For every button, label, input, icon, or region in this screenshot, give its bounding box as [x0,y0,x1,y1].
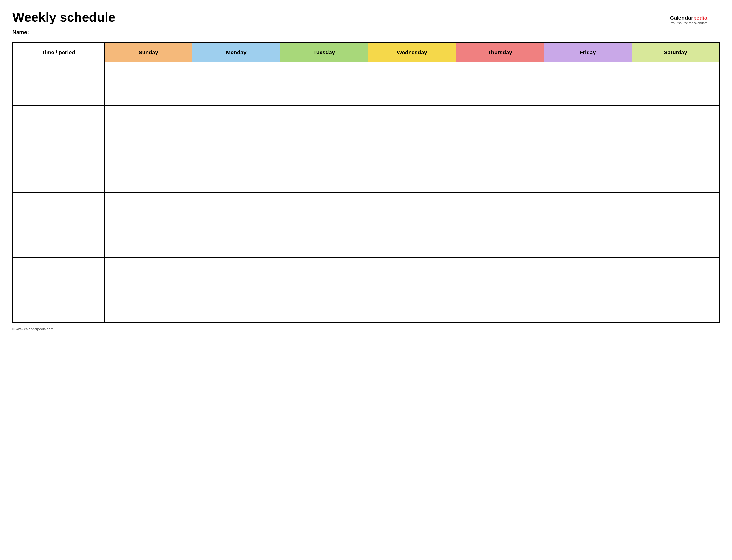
header-saturday: Saturday [632,43,719,62]
table-row [13,106,720,127]
schedule-cell[interactable] [192,193,280,214]
schedule-cell[interactable] [192,127,280,149]
schedule-cell[interactable] [456,301,544,323]
schedule-cell[interactable] [368,236,456,258]
schedule-cell[interactable] [632,279,719,301]
schedule-cell[interactable] [280,214,368,236]
schedule-cell[interactable] [280,127,368,149]
schedule-cell[interactable] [104,171,192,193]
schedule-cell[interactable] [104,193,192,214]
table-row [13,171,720,193]
schedule-cell[interactable] [632,236,719,258]
schedule-cell[interactable] [456,236,544,258]
schedule-cell[interactable] [456,171,544,193]
schedule-cell[interactable] [104,258,192,279]
schedule-cell[interactable] [280,62,368,84]
schedule-cell[interactable] [544,62,632,84]
schedule-cell[interactable] [104,236,192,258]
schedule-cell[interactable] [456,62,544,84]
schedule-cell[interactable] [192,62,280,84]
schedule-cell[interactable] [192,258,280,279]
schedule-cell[interactable] [280,301,368,323]
schedule-cell[interactable] [280,279,368,301]
schedule-cell[interactable] [456,258,544,279]
time-cell [13,301,105,323]
header-wednesday: Wednesday [368,43,456,62]
time-cell [13,84,105,106]
schedule-cell[interactable] [632,301,719,323]
schedule-cell[interactable] [192,171,280,193]
schedule-cell[interactable] [632,214,719,236]
schedule-cell[interactable] [368,193,456,214]
schedule-cell[interactable] [192,106,280,127]
time-cell [13,193,105,214]
schedule-table: Time / period Sunday Monday Tuesday Wedn… [12,42,720,323]
schedule-cell[interactable] [632,127,719,149]
schedule-cell[interactable] [456,127,544,149]
schedule-cell[interactable] [544,84,632,106]
schedule-cell[interactable] [280,84,368,106]
schedule-cell[interactable] [280,236,368,258]
table-row [13,301,720,323]
schedule-cell[interactable] [368,171,456,193]
schedule-cell[interactable] [280,193,368,214]
schedule-cell[interactable] [104,106,192,127]
schedule-cell[interactable] [280,171,368,193]
schedule-cell[interactable] [104,62,192,84]
schedule-cell[interactable] [104,84,192,106]
schedule-cell[interactable] [368,301,456,323]
schedule-cell[interactable] [368,149,456,171]
schedule-cell[interactable] [456,149,544,171]
schedule-cell[interactable] [544,258,632,279]
schedule-cell[interactable] [456,84,544,106]
schedule-cell[interactable] [192,236,280,258]
schedule-cell[interactable] [368,258,456,279]
schedule-cell[interactable] [104,149,192,171]
schedule-cell[interactable] [544,279,632,301]
schedule-cell[interactable] [544,106,632,127]
table-row [13,84,720,106]
schedule-cell[interactable] [544,301,632,323]
schedule-cell[interactable] [456,193,544,214]
schedule-cell[interactable] [632,149,719,171]
logo-tagline: Your source for calendars [670,21,707,25]
header-row: Time / period Sunday Monday Tuesday Wedn… [13,43,720,62]
footer-copyright: © www.calendarpedia.com [12,327,720,331]
schedule-cell[interactable] [280,149,368,171]
schedule-cell[interactable] [544,236,632,258]
schedule-cell[interactable] [368,106,456,127]
schedule-cell[interactable] [544,127,632,149]
schedule-cell[interactable] [280,258,368,279]
schedule-cell[interactable] [368,214,456,236]
schedule-cell[interactable] [104,279,192,301]
schedule-cell[interactable] [192,214,280,236]
schedule-cell[interactable] [632,171,719,193]
schedule-cell[interactable] [632,258,719,279]
schedule-cell[interactable] [368,127,456,149]
schedule-cell[interactable] [192,301,280,323]
schedule-cell[interactable] [280,106,368,127]
schedule-cell[interactable] [632,62,719,84]
schedule-cell[interactable] [368,279,456,301]
schedule-cell[interactable] [192,84,280,106]
schedule-cell[interactable] [104,301,192,323]
schedule-cell[interactable] [192,279,280,301]
time-cell [13,62,105,84]
schedule-cell[interactable] [368,84,456,106]
schedule-cell[interactable] [544,149,632,171]
header-monday: Monday [192,43,280,62]
schedule-cell[interactable] [104,214,192,236]
time-cell [13,258,105,279]
schedule-cell[interactable] [368,62,456,84]
schedule-cell[interactable] [456,106,544,127]
schedule-cell[interactable] [544,214,632,236]
schedule-cell[interactable] [632,106,719,127]
schedule-cell[interactable] [632,193,719,214]
schedule-cell[interactable] [544,171,632,193]
schedule-cell[interactable] [456,214,544,236]
schedule-cell[interactable] [192,149,280,171]
schedule-cell[interactable] [104,127,192,149]
schedule-cell[interactable] [544,193,632,214]
schedule-cell[interactable] [632,84,719,106]
schedule-cell[interactable] [456,279,544,301]
